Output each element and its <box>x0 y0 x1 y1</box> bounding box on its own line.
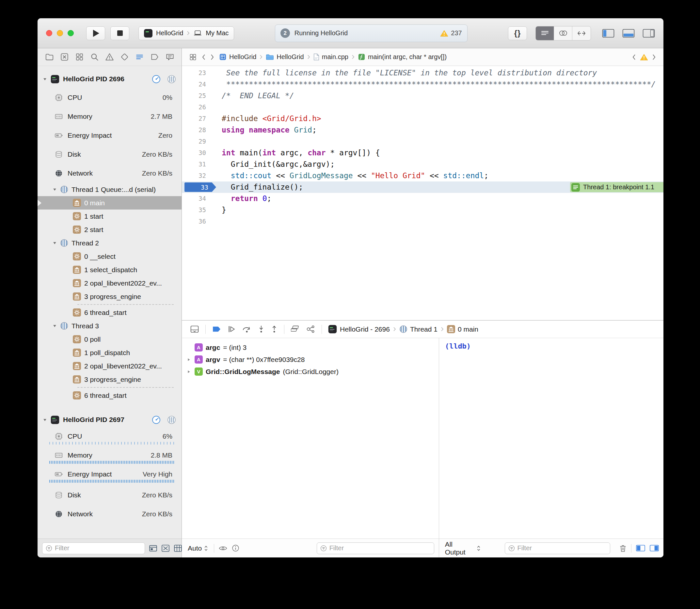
toggle-debug-area-button[interactable] <box>622 29 635 38</box>
process-row[interactable]: HelloGrid PID 2697 <box>37 411 182 429</box>
navigator-tab-source-control[interactable] <box>59 52 70 62</box>
line-number[interactable]: 35 <box>182 204 213 216</box>
code-line[interactable]: 26 <box>182 102 663 113</box>
variables-scope-selector[interactable]: Auto <box>186 544 209 553</box>
hide-debug-area-button[interactable] <box>190 325 199 333</box>
code-line[interactable]: 28using namespace Grid; <box>182 124 663 136</box>
line-number[interactable]: 23 <box>182 67 213 79</box>
show-console-button[interactable] <box>650 545 659 552</box>
line-number[interactable]: 29 <box>182 136 213 147</box>
gauge-row-memory[interactable]: Memory2.8 MB <box>37 448 182 467</box>
go-forward-button[interactable] <box>210 54 215 60</box>
frame-row[interactable]: 0 __select <box>37 250 182 263</box>
crumb-thread[interactable]: Thread 1 <box>399 325 438 333</box>
variable-row[interactable]: Aargc= (int) 3 <box>182 342 439 353</box>
disclosure-icon[interactable] <box>186 358 192 362</box>
crumb-process[interactable]: HelloGrid - 2696 <box>328 325 390 334</box>
code-line[interactable]: 31 Grid_init(&argc,&argv); <box>182 159 663 170</box>
console-scope-selector[interactable]: All Output <box>444 540 482 557</box>
debug-gauge-button[interactable] <box>152 415 161 424</box>
console-view[interactable]: (lldb) All Output <box>439 338 663 557</box>
assistant-editor-button[interactable] <box>554 27 573 40</box>
debug-filter-button-3[interactable] <box>174 544 182 552</box>
toggle-inspectors-button[interactable] <box>643 29 655 38</box>
show-variables-view-button[interactable] <box>636 545 645 552</box>
print-description-button[interactable] <box>232 544 239 552</box>
disclosure-icon[interactable] <box>43 418 47 422</box>
frame-row[interactable]: 1 start <box>37 210 182 223</box>
warning-badge[interactable]: 237 <box>440 29 462 37</box>
disclosure-icon[interactable] <box>53 187 57 192</box>
process-row[interactable]: HelloGrid PID 2696 <box>37 70 182 88</box>
continue-button[interactable] <box>227 325 236 333</box>
code-line[interactable]: 24 *************************************… <box>182 79 663 90</box>
stop-button[interactable] <box>110 27 129 40</box>
gauge-row-network[interactable]: NetworkZero KB/s <box>37 505 182 523</box>
zoom-button[interactable] <box>68 30 74 36</box>
variable-row[interactable]: Aargv= (char **) 0x7ffee9039c28 <box>182 353 439 366</box>
variables-filter-field[interactable] <box>317 542 434 554</box>
navigator-tab-breakpoints[interactable] <box>150 52 160 62</box>
console-output[interactable]: (lldb) <box>439 338 663 539</box>
line-number[interactable]: 32 <box>182 170 213 181</box>
step-over-button[interactable] <box>242 325 251 333</box>
navigator-tab-reports[interactable] <box>165 52 175 62</box>
thread-row[interactable]: Thread 2 <box>37 236 182 250</box>
disclosure-icon[interactable] <box>43 77 47 81</box>
step-out-button[interactable] <box>271 325 277 333</box>
clear-console-button[interactable] <box>619 544 627 552</box>
code-line[interactable]: 32 std::cout << GridLogMessage << "Hello… <box>182 170 663 181</box>
memory-graph-button[interactable] <box>306 325 315 333</box>
library-button[interactable]: {} <box>508 27 527 40</box>
frame-row[interactable]: 3 progress_engine <box>37 373 182 386</box>
frame-row[interactable]: 6 thread_start <box>37 306 182 319</box>
gauge-row-cpu[interactable]: CPU6% <box>37 429 182 448</box>
frame-row[interactable]: 6 thread_start <box>37 389 182 402</box>
crumb-file[interactable]: main.cpp <box>313 53 348 61</box>
line-number[interactable]: 30 <box>182 147 213 159</box>
next-issue-button[interactable] <box>652 54 656 60</box>
line-number[interactable]: 34 <box>182 193 213 204</box>
standard-editor-button[interactable] <box>536 27 554 40</box>
thread-row[interactable]: Thread 1 Queue:...d (serial) <box>37 183 182 196</box>
code-line[interactable]: 36 <box>182 216 663 227</box>
variable-row[interactable]: VGrid::GridLogMessage(Grid::GridLogger) <box>182 366 439 378</box>
code-line[interactable]: 29 <box>182 136 663 147</box>
gauge-row-disk[interactable]: DiskZero KB/s <box>37 486 182 505</box>
code-line[interactable]: 25/* END LEGAL */ <box>182 90 663 102</box>
code-line[interactable]: 23 See the full license in the file "LIC… <box>182 67 663 79</box>
frame-row[interactable]: 1 select_dispatch <box>37 263 182 276</box>
frame-row[interactable]: 0 poll <box>37 333 182 346</box>
source-editor[interactable]: 23 See the full license in the file "LIC… <box>182 66 663 320</box>
process-view-button[interactable] <box>167 74 176 84</box>
console-filter-input[interactable] <box>517 544 607 552</box>
code-line[interactable]: 35} <box>182 204 663 216</box>
debug-gauge-button[interactable] <box>152 74 161 84</box>
related-items-button[interactable] <box>189 53 197 61</box>
gauge-row-network[interactable]: NetworkZero KB/s <box>37 164 182 183</box>
gauge-row-disk[interactable]: DiskZero KB/s <box>37 145 182 164</box>
gauge-row-energy[interactable]: Energy ImpactZero <box>37 126 182 145</box>
code-line[interactable]: 30int main(int argc, char * argv[]) { <box>182 147 663 159</box>
console-filter-field[interactable] <box>505 542 611 554</box>
view-hierarchy-button[interactable] <box>291 325 300 333</box>
navigator-tab-find[interactable] <box>89 52 100 62</box>
debug-filter-button-2[interactable] <box>161 544 170 552</box>
minimize-button[interactable] <box>57 30 63 36</box>
line-number[interactable]: 28 <box>182 124 213 136</box>
code-line[interactable]: 34 return 0; <box>182 193 663 204</box>
version-editor-button[interactable] <box>573 27 591 40</box>
gauge-row-memory[interactable]: Memory2.7 MB <box>37 107 182 126</box>
line-number[interactable]: 24 <box>182 79 213 90</box>
line-number[interactable]: 33 <box>182 181 213 193</box>
line-number[interactable]: 36 <box>182 216 213 227</box>
breakpoint-annotation[interactable]: Thread 1: breakpoint 1.1 <box>570 182 663 192</box>
frame-row[interactable]: 1 poll_dispatch <box>37 346 182 359</box>
crumb-symbol[interactable]: main(int argc, char * argv[]) <box>358 53 447 61</box>
process-view-button[interactable] <box>167 415 176 424</box>
navigator-tab-tests[interactable] <box>119 52 130 62</box>
scheme-selector[interactable]: HelloGrid My Mac <box>138 27 234 40</box>
gauge-row-cpu[interactable]: CPU0% <box>37 88 182 107</box>
frame-row[interactable]: 3 progress_engine <box>37 290 182 303</box>
code-line[interactable]: 27#include <Grid/Grid.h> <box>182 113 663 124</box>
